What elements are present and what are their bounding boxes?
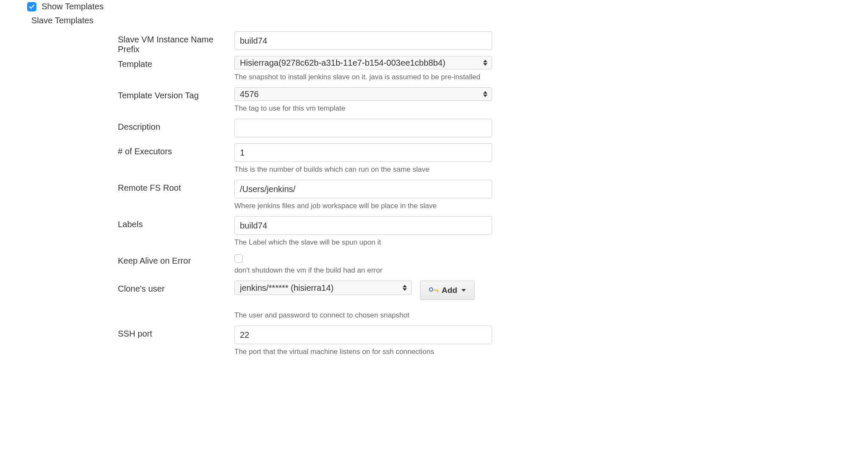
sshport-help: The port that the virtual machine listen… bbox=[234, 348, 593, 356]
cloneuser-select[interactable]: jenkins/****** (hisierra14) bbox=[234, 281, 412, 295]
config-form: Show Templates Slave Templates Slave VM … bbox=[0, 0, 868, 362]
description-label: Description bbox=[118, 119, 234, 132]
updown-icon bbox=[483, 91, 487, 97]
version-label: Template Version Tag bbox=[118, 87, 234, 100]
show-templates-checkbox[interactable] bbox=[27, 2, 36, 11]
cloneuser-value: jenkins/****** (hisierra14) bbox=[240, 283, 399, 293]
sshport-input[interactable] bbox=[234, 326, 492, 344]
template-value: Hisierraga(9278c62b-a31b-11e7-b154-003ee… bbox=[240, 58, 480, 68]
updown-icon bbox=[483, 60, 487, 66]
prefix-label: Slave VM Instance Name Prefix bbox=[118, 31, 234, 54]
field-description: Description bbox=[118, 119, 593, 143]
fsroot-help: Where jenkins files and job workspace wi… bbox=[234, 202, 593, 210]
template-select[interactable]: Hisierraga(9278c62b-a31b-11e7-b154-003ee… bbox=[234, 56, 492, 70]
section-title: Slave Templates bbox=[0, 16, 868, 25]
show-templates-row: Show Templates bbox=[0, 2, 868, 11]
keepalive-help: don't shutdown the vm if the build had a… bbox=[234, 266, 593, 275]
template-label: Template bbox=[118, 56, 234, 69]
key-icon bbox=[429, 287, 438, 294]
field-keepalive: Keep Alive on Error don't shutdown the v… bbox=[118, 253, 593, 281]
caret-down-icon bbox=[462, 289, 466, 292]
field-version: Template Version Tag 4576 The tag to use… bbox=[118, 87, 593, 119]
field-template: Template Hisierraga(9278c62b-a31b-11e7-b… bbox=[118, 56, 593, 87]
check-icon bbox=[29, 4, 35, 10]
field-labels: Labels The Label which the slave will be… bbox=[118, 216, 593, 253]
executors-help: This is the number of builds which can r… bbox=[234, 165, 593, 174]
version-select[interactable]: 4576 bbox=[234, 87, 492, 101]
labels-help: The Label which the slave will be spun u… bbox=[234, 238, 593, 247]
field-executors: # of Executors This is the number of bui… bbox=[118, 143, 593, 180]
cloneuser-help: The user and password to connect to chos… bbox=[234, 311, 593, 320]
field-cloneuser: Clone's user jenkins/****** (hisierra14)… bbox=[118, 281, 593, 326]
updown-icon bbox=[403, 285, 407, 291]
executors-input[interactable] bbox=[234, 143, 492, 162]
prefix-input[interactable] bbox=[234, 31, 492, 50]
show-templates-label: Show Templates bbox=[42, 2, 103, 11]
executors-label: # of Executors bbox=[118, 143, 234, 156]
form-area: Slave VM Instance Name Prefix Template H… bbox=[0, 31, 593, 362]
labels-label: Labels bbox=[118, 216, 234, 229]
keepalive-label: Keep Alive on Error bbox=[118, 253, 234, 266]
fsroot-input[interactable] bbox=[234, 180, 492, 198]
version-value: 4576 bbox=[240, 89, 480, 99]
field-sshport: SSH port The port that the virtual machi… bbox=[118, 326, 593, 362]
field-fsroot: Remote FS Root Where jenkins files and j… bbox=[118, 180, 593, 216]
sshport-label: SSH port bbox=[118, 326, 234, 339]
add-button-label: Add bbox=[442, 286, 457, 295]
fsroot-label: Remote FS Root bbox=[118, 180, 234, 193]
version-help: The tag to use for this vm template bbox=[234, 104, 593, 113]
template-help: The snapshot to install jenkins slave on… bbox=[234, 73, 593, 81]
keepalive-checkbox[interactable] bbox=[234, 254, 243, 263]
add-credentials-button[interactable]: Add bbox=[420, 281, 475, 300]
field-prefix: Slave VM Instance Name Prefix bbox=[118, 31, 593, 56]
cloneuser-label: Clone's user bbox=[118, 281, 234, 294]
labels-input[interactable] bbox=[234, 216, 492, 235]
description-input[interactable] bbox=[234, 119, 492, 137]
